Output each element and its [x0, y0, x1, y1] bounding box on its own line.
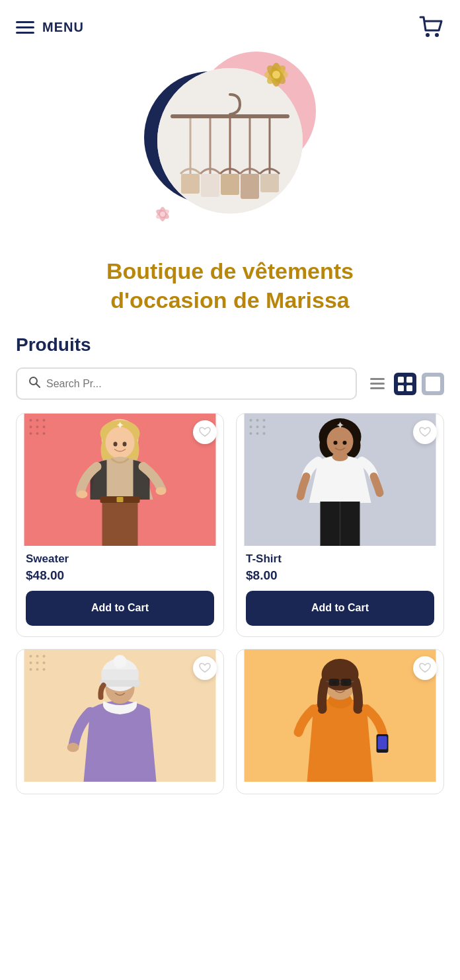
svg-point-59 [250, 426, 252, 428]
svg-point-76 [30, 655, 32, 658]
svg-point-83 [36, 668, 39, 671]
hamburger-icon [16, 21, 34, 34]
product-info-tshirt: T-Shirt $8.00 [237, 546, 443, 583]
svg-rect-5 [181, 174, 200, 194]
svg-point-71 [343, 441, 347, 445]
flower-bottom-decoration [151, 202, 174, 230]
svg-rect-7 [201, 174, 219, 197]
svg-point-62 [250, 432, 252, 435]
search-input[interactable] [46, 378, 345, 390]
svg-point-77 [36, 655, 39, 658]
products-heading: Produits [16, 334, 444, 356]
svg-rect-9 [221, 174, 239, 195]
boutique-title-section: Boutique de vêtements d'occasion de Mari… [0, 250, 460, 334]
product-image-tshirt: ✦ [237, 414, 443, 546]
svg-rect-31 [406, 385, 412, 391]
svg-point-82 [30, 668, 32, 671]
product-card-tshirt: ✦ T-Shirt $8.00 Add to Cart [236, 413, 444, 637]
list-view-button[interactable] [366, 374, 389, 394]
search-input-wrapper [16, 367, 357, 400]
product-info-sweater: Sweater $48.00 [17, 546, 223, 583]
svg-point-50 [77, 490, 88, 498]
wishlist-button-beanie[interactable] [193, 656, 217, 680]
product-price-tshirt: $8.00 [246, 568, 434, 583]
svg-point-48 [114, 442, 118, 447]
menu-label: MENU [42, 20, 84, 35]
product-name-sweater: Sweater [26, 552, 214, 566]
single-view-button[interactable] [422, 373, 444, 395]
svg-rect-106 [378, 736, 387, 749]
svg-point-58 [263, 419, 266, 422]
product-image-sweater: ✦ [17, 414, 223, 546]
svg-point-51 [156, 487, 167, 495]
svg-line-103 [326, 681, 329, 682]
view-toggle [366, 373, 444, 395]
svg-point-1 [435, 33, 439, 37]
product-card-sweater: ✦ Sweater $48.00 Add to Cart [16, 413, 224, 637]
svg-point-41 [36, 432, 39, 435]
svg-point-35 [36, 419, 39, 422]
svg-point-74 [332, 452, 348, 461]
svg-point-42 [43, 432, 46, 435]
hero-section [0, 45, 460, 250]
svg-rect-54 [117, 497, 124, 502]
svg-point-78 [43, 655, 46, 658]
svg-rect-26 [370, 383, 385, 385]
svg-rect-101 [341, 679, 352, 686]
flower-top-decoration [256, 55, 296, 100]
product-image-yellow-top: ✦ [237, 650, 443, 782]
svg-rect-25 [370, 378, 385, 380]
svg-rect-29 [406, 377, 412, 383]
svg-point-91 [114, 655, 127, 668]
svg-rect-27 [370, 387, 385, 389]
svg-point-38 [36, 426, 39, 428]
product-grid: ✦ Sweater $48.00 Add to Cart [16, 413, 444, 794]
svg-point-37 [30, 426, 32, 428]
svg-point-84 [43, 668, 46, 671]
svg-point-92 [67, 743, 79, 752]
svg-point-34 [30, 419, 32, 422]
svg-line-24 [36, 384, 40, 388]
add-to-cart-button-tshirt[interactable]: Add to Cart [246, 591, 434, 626]
svg-rect-32 [426, 377, 440, 391]
svg-point-70 [334, 441, 338, 445]
svg-point-56 [250, 419, 252, 422]
cart-icon[interactable] [419, 16, 444, 45]
svg-point-81 [43, 661, 46, 664]
svg-rect-11 [241, 174, 259, 199]
svg-point-61 [263, 426, 266, 428]
product-name-tshirt: T-Shirt [246, 552, 434, 566]
svg-point-80 [36, 661, 39, 664]
svg-point-57 [256, 419, 259, 422]
svg-point-49 [123, 442, 127, 447]
svg-point-40 [30, 432, 32, 435]
svg-point-63 [256, 432, 259, 435]
star-decoration-tshirt: ✦ [336, 419, 344, 432]
svg-point-18 [272, 71, 280, 79]
search-icon [28, 375, 41, 392]
product-card-yellow-top: ✦ [236, 649, 444, 794]
svg-point-79 [30, 661, 32, 664]
products-section: Produits [0, 334, 460, 794]
svg-line-104 [352, 681, 354, 682]
svg-point-47 [106, 427, 135, 459]
product-price-sweater: $48.00 [26, 568, 214, 583]
search-bar-row [16, 367, 444, 400]
svg-rect-52 [102, 498, 138, 546]
product-image-beanie: ✦ [17, 650, 223, 782]
svg-rect-28 [398, 377, 404, 383]
svg-point-60 [256, 426, 259, 428]
svg-rect-100 [329, 679, 340, 686]
header: MENU [0, 0, 460, 45]
svg-point-0 [426, 33, 430, 37]
svg-point-36 [43, 419, 46, 422]
menu-button[interactable]: MENU [16, 20, 84, 35]
wishlist-button-yellow-top[interactable] [413, 656, 437, 680]
grid-view-button[interactable] [394, 373, 416, 395]
svg-point-22 [160, 211, 165, 217]
hero-image-container [137, 52, 323, 237]
svg-point-64 [263, 432, 266, 435]
product-card-beanie: ✦ [16, 649, 224, 794]
add-to-cart-button-sweater[interactable]: Add to Cart [26, 591, 214, 626]
boutique-title: Boutique de vêtements d'occasion de Mari… [26, 256, 434, 315]
